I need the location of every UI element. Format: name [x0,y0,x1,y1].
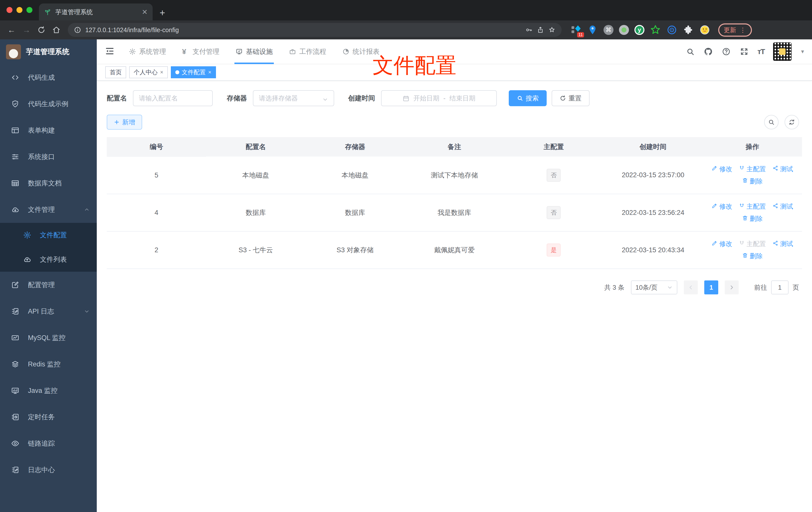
sidebar-collapse-icon[interactable] [105,46,116,57]
extension-y-icon[interactable]: y [634,25,644,35]
delete-action[interactable]: 删除 [742,214,763,223]
sidebar-item-12[interactable]: Java 监控 [0,378,97,404]
extensions-puzzle-icon[interactable] [683,24,694,35]
fullscreen-icon[interactable] [740,47,749,56]
back-icon[interactable]: ← [5,24,18,36]
password-key-icon[interactable] [525,26,533,34]
sidebar-item-2[interactable]: 表单构建 [0,117,97,144]
extension-dot-icon[interactable] [619,25,629,35]
test-action[interactable]: 测试 [772,202,793,211]
help-icon[interactable] [722,47,731,56]
close-window-button[interactable] [6,7,12,13]
cell-remark: 我是数据库 [405,194,504,231]
sidebar-item-3[interactable]: 系统接口 [0,144,97,170]
sidebar-item-9[interactable]: API 日志 [0,298,97,325]
sidebar-item-0[interactable]: 代码生成 [0,64,97,91]
cell-storage: 数据库 [306,194,405,231]
sidebar-item-13[interactable]: 定时任务 [0,404,97,430]
sidebar-item-15[interactable]: 日志中心 [0,457,97,483]
add-button[interactable]: 新增 [107,115,142,130]
profile-emoji-icon[interactable] [699,24,710,35]
maximize-window-button[interactable] [26,7,32,13]
share-icon[interactable] [537,26,544,34]
page-size-select[interactable]: 10条/页 [631,280,677,294]
sidebar-item-7[interactable]: 文件列表 [0,247,97,272]
monitor-icon [11,386,20,395]
sidebar-item-6[interactable]: 文件配置 [0,223,97,247]
prev-page-icon[interactable] [684,280,698,294]
forward-icon[interactable]: → [20,24,33,36]
minimize-window-button[interactable] [17,7,23,13]
reload-icon[interactable] [35,24,48,36]
topnav-item-label: 支付管理 [193,47,220,56]
font-size-icon[interactable]: ᴛT [757,48,764,56]
app-logo[interactable]: 芋道管理系统 [0,39,97,64]
extension-diamond-icon[interactable]: 11 [571,24,582,35]
cell-create-time: 2022-03-15 23:56:24 [603,194,702,231]
config-name-field[interactable] [133,90,213,106]
show-search-icon[interactable] [764,115,779,129]
sidebar-item-1[interactable]: 代码生成示例 [0,91,97,117]
bookmark-star-icon[interactable] [548,26,556,34]
topnav-item-2[interactable]: 基础设施 [227,39,281,64]
test-action[interactable]: 测试 [772,165,793,174]
github-icon[interactable] [703,47,713,56]
reset-button[interactable]: 重置 [552,90,589,106]
extension-star-icon[interactable] [650,24,661,35]
address-bar[interactable]: 127.0.0.1:1024/infra/file/file-config [68,23,561,37]
cell-master: 否 [504,194,603,231]
extension-pin-icon[interactable] [587,24,598,35]
qr-avatar[interactable] [773,42,791,61]
new-tab-button[interactable]: + [160,8,165,18]
master-action[interactable]: 主配置 [739,240,766,248]
table-toolbar: 新增 [107,115,802,130]
sidebar-item-14[interactable]: 链路追踪 [0,430,97,457]
row-actions: 修改主配置测试删除 [703,165,802,186]
test-action[interactable]: 测试 [772,240,793,248]
sidebar-item-label: 系统接口 [28,152,90,161]
site-info-icon[interactable] [74,26,81,34]
config-name-input[interactable] [139,94,207,102]
browser-tab[interactable]: 芋道管理系统 ✕ [39,3,153,21]
delete-action[interactable]: 删除 [742,177,763,186]
next-page-icon[interactable] [725,280,739,294]
sidebar-item-8[interactable]: 配置管理 [0,272,97,298]
tag-2[interactable]: 文件配置× [171,66,216,78]
edit-action[interactable]: 修改 [712,240,732,248]
sidebar-item-4[interactable]: 数据库文档 [0,170,97,197]
user-dropdown-caret-icon[interactable]: ▼ [800,49,805,55]
tag-close-icon[interactable]: × [160,69,163,76]
master-action[interactable]: 主配置 [739,165,766,174]
extension-eye-icon[interactable] [666,24,677,35]
topnav-item-4[interactable]: 统计报表 [334,39,387,64]
topnav-item-3[interactable]: 工作流程 [281,39,334,64]
tag-0[interactable]: 首页 [105,66,126,78]
sidebar-item-10[interactable]: MySQL 监控 [0,325,97,351]
browser-menu-icon[interactable]: ⋮ [740,26,746,34]
edit-action[interactable]: 修改 [712,165,732,174]
goto-page-input[interactable] [771,280,788,294]
search-button[interactable]: 搜索 [509,90,547,106]
storage-select[interactable]: 请选择存储器 [253,90,334,106]
search-icon[interactable] [686,47,695,56]
master-action[interactable]: 主配置 [739,202,766,211]
magnet-icon [739,240,745,248]
refresh-table-icon[interactable] [785,115,799,129]
date-range-picker[interactable]: 开始日期 - 结束日期 [381,90,497,106]
eye-icon [11,439,20,448]
tag-close-icon[interactable]: × [208,69,211,76]
share-test-icon [772,165,779,173]
browser-update-button[interactable]: 更新 ⋮ [718,24,752,37]
topnav-item-1[interactable]: ¥支付管理 [174,39,227,64]
sidebar-item-11[interactable]: Redis 监控 [0,351,97,378]
topnav-item-0[interactable]: 系统管理 [121,39,174,64]
extension-command-icon[interactable]: ⌘ [604,25,613,35]
sidebar-item-5[interactable]: 文件管理 [0,197,97,223]
home-icon[interactable] [50,24,63,36]
tag-1[interactable]: 个人中心× [129,66,168,78]
tab-close-icon[interactable]: ✕ [142,8,148,16]
cell-actions: 修改主配置测试删除 [703,156,802,194]
edit-action[interactable]: 修改 [712,202,732,211]
current-page-button[interactable]: 1 [704,280,718,294]
delete-action[interactable]: 删除 [742,252,763,261]
